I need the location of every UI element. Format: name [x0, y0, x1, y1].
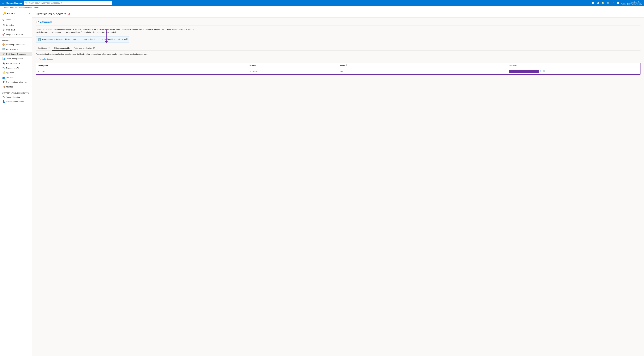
table-row: scribital 3/15/2023 ntW**************** … [36, 68, 640, 74]
sidebar-item-integration[interactable]: 🚀 Integration assistant [0, 32, 32, 37]
troubleshooting-icon: 🔧 [2, 96, 5, 98]
new-secret-label: New client secret [39, 58, 54, 60]
email-icon[interactable]: 📧 [592, 2, 594, 5]
sidebar-item-token[interactable]: 📊 Token configuration [0, 56, 32, 61]
page-header: Certificates & secrets 📌 ··· [32, 10, 644, 18]
sidebar-item-label-token: Token configuration [6, 58, 23, 60]
certificates-icon: 🔑 [2, 53, 5, 55]
breadcrumb-home[interactable]: Home [3, 7, 8, 9]
roles-icon: 👤 [2, 81, 5, 83]
breadcrumb-app-registrations[interactable]: TaskFleet | App registrations [10, 7, 32, 9]
user-info[interactable]: t+but@taskfleet.c TASKFLEET (TASKFLEET..… [622, 1, 642, 5]
settings-icon[interactable]: ⚙️ [606, 2, 610, 5]
feedback-icon-top[interactable]: 💬 [616, 2, 620, 5]
content-area: 💬 Got feedback? Credentials enable confi… [32, 18, 644, 78]
sidebar-item-approles[interactable]: 🗂️ App roles [0, 70, 32, 75]
feedback-bar[interactable]: 💬 Got feedback? [36, 21, 640, 26]
branding-icon: 🎨 [2, 43, 5, 46]
sidebar-item-manifest[interactable]: 📋 Manifest [0, 84, 32, 89]
copy-icon[interactable]: ⧉ [540, 70, 542, 73]
value-info-icon[interactable]: ⓘ [346, 65, 347, 66]
sidebar-item-api[interactable]: 🔌 API permissions [0, 61, 32, 66]
arrow-indicator [104, 29, 108, 43]
sidebar-item-authentication[interactable]: 🔄 Authentication [0, 47, 32, 52]
sidebar-item-troubleshooting[interactable]: 🔧 Troubleshooting [0, 95, 32, 99]
top-nav: ☰ Microsoft Azure 🔍 📧 ☁️ 🔔 ⚙️ ❓ 💬 t+but@… [0, 0, 644, 6]
col-header-expires: Expires [248, 63, 338, 68]
bell-icon[interactable]: 🔔 [602, 2, 604, 5]
sidebar-item-label-approles: App roles [6, 72, 14, 74]
tab-certificates[interactable]: Certificates (0) [36, 46, 52, 51]
sidebar-item-owners[interactable]: 👥 Owners [0, 75, 32, 80]
sidebar-collapse-btn[interactable]: « [28, 13, 30, 15]
feedback-label: Got feedback? [40, 21, 52, 23]
tab-description: A secret string that the application use… [36, 53, 640, 55]
page-title: Certificates & secrets [36, 12, 66, 16]
sidebar-item-label-troubleshooting: Troubleshooting [6, 96, 20, 98]
info-banner: ℹ️ Application registration certificates… [36, 37, 130, 43]
support-icon: 👤 [2, 100, 5, 103]
sidebar-item-certificates[interactable]: 🔑 Certificates & secrets [0, 52, 32, 56]
sidebar-item-label-roles: Roles and administrators [6, 81, 27, 83]
sidebar-item-label-support: New support request [6, 101, 24, 103]
sidebar-header: 🔑 scribital « [0, 10, 32, 17]
col-header-value: Value ⓘ [338, 63, 507, 68]
sidebar-item-overview[interactable]: ⊞ Overview [0, 23, 32, 27]
info-close-btn[interactable]: ✕ [126, 38, 128, 40]
page-title-row: Certificates & secrets 📌 ··· [36, 12, 640, 18]
quickstart-icon: 💡 [2, 29, 5, 31]
sidebar-item-roles[interactable]: 👤 Roles and administrators [0, 80, 32, 84]
sidebar-search-input[interactable] [5, 18, 30, 21]
api-icon: 🔌 [2, 62, 5, 65]
tab-federated[interactable]: Federated credentials (0) [72, 46, 97, 51]
delete-icon[interactable]: 🗑️ [542, 70, 545, 73]
sidebar-search-container: 🔍 [0, 17, 32, 23]
secrets-table-wrapper: Description Expires Value ⓘ Secret ID sc… [36, 63, 640, 75]
sidebar-item-label-quickstart: Quickstart [6, 29, 15, 31]
more-options-icon[interactable]: ··· [72, 13, 74, 16]
sidebar-item-label-expose: Expose an API [6, 67, 18, 69]
sidebar-item-label-api: API permissions [6, 62, 20, 65]
manage-section-label: Manage [0, 38, 32, 42]
sidebar-item-label-authentication: Authentication [6, 48, 18, 50]
app-icon: 🔑 [2, 12, 6, 15]
sidebar-item-label-certificates: Certificates & secrets [6, 53, 26, 55]
new-client-secret-button[interactable]: ＋ New client secret [36, 57, 640, 61]
breadcrumb-current [34, 8, 38, 8]
table-body: scribital 3/15/2023 ntW**************** … [36, 68, 640, 74]
sidebar-item-quickstart[interactable]: 💡 Quickstart [0, 27, 32, 32]
global-search-input[interactable] [28, 2, 111, 4]
page-description: Credentials enable confidential applicat… [36, 28, 197, 34]
cloud-icon[interactable]: ☁️ [596, 2, 600, 5]
owners-icon: 👥 [2, 76, 5, 79]
tab-client-secrets[interactable]: Client secrets (1) [52, 46, 72, 51]
tabs-container: Certificates (0) Client secrets (1) Fede… [36, 46, 640, 51]
help-icon[interactable]: ❓ [612, 2, 614, 5]
table-head: Description Expires Value ⓘ Secret ID [36, 63, 640, 68]
breadcrumb-sep-2: › [33, 7, 34, 9]
arrow-head [104, 41, 108, 43]
sidebar-item-branding[interactable]: 🎨 Branding & properties [0, 42, 32, 47]
global-search[interactable]: 🔍 [24, 1, 112, 5]
arrow-wrapper: ℹ️ Application registration certificates… [36, 37, 640, 46]
support-section-label: Support + Troubleshooting [0, 90, 32, 95]
info-icon: ℹ️ [38, 38, 41, 41]
sidebar-search-icon: 🔍 [2, 19, 4, 21]
app-name: scribital [7, 12, 16, 15]
sidebar-item-support[interactable]: 👤 New support request [0, 99, 32, 104]
sidebar-item-label-overview: Overview [6, 24, 14, 26]
hamburger-icon[interactable]: ☰ [2, 1, 4, 5]
cell-secret-id: ⧉ 🗑️ [507, 68, 640, 74]
pin-icon[interactable]: 📌 [68, 13, 70, 16]
integration-icon: 🚀 [2, 33, 5, 36]
sidebar-item-expose[interactable]: 🔧 Expose an API [0, 66, 32, 70]
sidebar: 🔑 scribital « 🔍 ⊞ Overview 💡 Quickstart … [0, 10, 32, 356]
manifest-icon: 📋 [2, 85, 5, 88]
approles-icon: 🗂️ [2, 71, 5, 74]
token-icon: 📊 [2, 57, 5, 60]
overview-icon: ⊞ [2, 24, 5, 26]
cell-expires: 3/15/2023 [248, 68, 338, 74]
cell-description: scribital [36, 68, 248, 74]
search-icon: 🔍 [25, 2, 28, 4]
top-nav-icons: 📧 ☁️ 🔔 ⚙️ ❓ 💬 t+but@taskfleet.c TASKFLEE… [592, 1, 642, 5]
